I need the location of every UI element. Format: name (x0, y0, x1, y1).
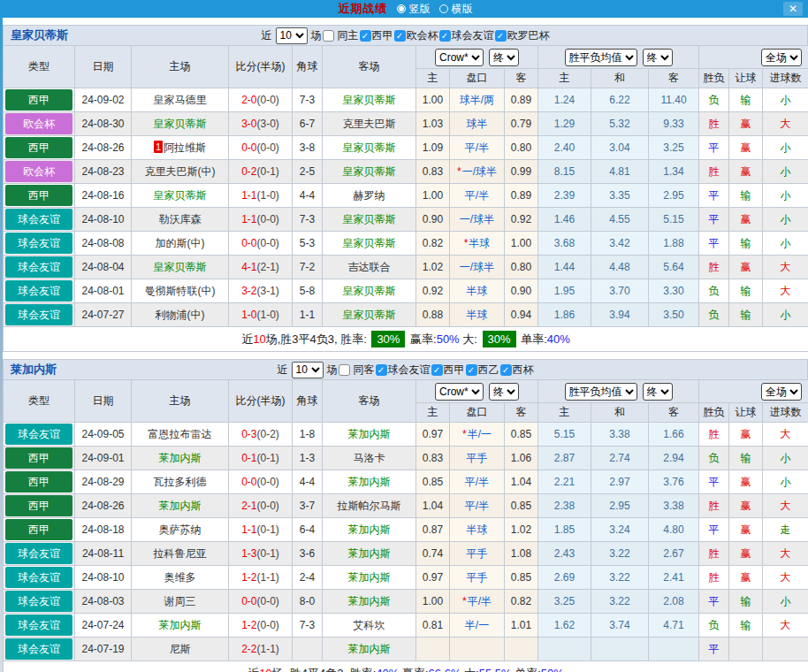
avg-final-select[interactable]: 终 (643, 49, 673, 66)
cell-odds-home: 0.88 (416, 303, 450, 327)
cell-odds-away: 0.79 (505, 112, 538, 136)
cell-date: 24-08-26 (75, 136, 132, 160)
odds-final-select[interactable]: 终 (489, 49, 519, 66)
cell-home-team: 1阿拉维斯 (132, 136, 229, 160)
cell-home-team: 勒沃库森 (132, 208, 229, 232)
home-team-name: 富恩拉布雷达 (149, 428, 212, 440)
league-checkbox-label: 欧罗巴杯 (507, 28, 550, 43)
cell-away-team: 皇家贝蒂斯 (323, 208, 416, 232)
league-checkbox[interactable]: ✓ (495, 30, 507, 42)
layout-radio-horizontal[interactable]: 横版 (432, 2, 473, 17)
cell-avg-home: 1.29 (538, 112, 591, 136)
cell-goals-result: 小 (763, 136, 808, 160)
cell-avg-away: 2.08 (649, 590, 699, 614)
match-row: 球会友谊24-08-10勒沃库森1-1(0-0)7-3皇家贝蒂斯0.90一/球半… (4, 208, 808, 232)
cell-date: 24-09-01 (75, 447, 132, 470)
same-venue-checkbox[interactable] (323, 30, 334, 42)
league-checkbox[interactable]: ✓ (500, 364, 512, 376)
cell-avg-draw: 3.22 (591, 590, 649, 614)
cell-avg-home: 1.24 (538, 88, 591, 112)
cell-result-value: 负 (709, 452, 720, 464)
radio-selected-icon[interactable] (397, 4, 406, 13)
cell-odds-home: 0.87 (416, 518, 450, 542)
cell-home-team: 尼斯 (132, 638, 229, 661)
cell-odds-home: 1.02 (416, 256, 450, 279)
odds-group-header: Crow*终 (416, 380, 538, 403)
col-handicap-result: 让球 (729, 403, 763, 423)
cell-odds-home: 1.00 (416, 88, 450, 112)
league-checkbox-label: 西杯 (513, 363, 534, 378)
league-checkbox[interactable]: ✓ (439, 30, 451, 42)
cell-goals-result-value: 小 (781, 189, 791, 202)
summary-text: 66.6% (429, 667, 461, 672)
cell-type: 球会友谊 (4, 256, 75, 279)
same-venue-checkbox[interactable] (339, 364, 350, 376)
radio-vertical-label: 竖版 (409, 2, 431, 17)
cell-result: 平 (699, 136, 729, 160)
league-checkbox[interactable]: ✓ (360, 30, 371, 42)
league-checkbox[interactable]: ✓ (394, 30, 406, 42)
odds-final-select[interactable]: 终 (489, 383, 519, 401)
cell-odds-home: 0.83 (416, 160, 450, 184)
home-team-name: 勒沃库森 (159, 213, 202, 225)
cell-away-team: 莱加内斯 (323, 470, 416, 494)
cell-away-team: 艾科坎 (323, 614, 416, 638)
cell-goals-result: 小 (763, 232, 808, 256)
avg-select[interactable]: 胜平负均值 (565, 383, 637, 401)
league-checkbox[interactable]: ✓ (376, 364, 387, 376)
cell-type: 球会友谊 (4, 208, 75, 232)
score-halftime: (2-1) (257, 261, 279, 273)
cell-handicap: 平手 (450, 542, 505, 566)
score-halftime: (0-0) (257, 141, 279, 154)
cell-goals-result-value: 大 (781, 571, 791, 584)
match-row: 西甲24-08-26莱加内斯2-1(0-0)3-7拉斯帕尔马斯1.04平/半0.… (4, 494, 808, 518)
home-team-name: 莱加内斯 (159, 619, 202, 631)
cell-avg-draw: 4.81 (591, 160, 649, 184)
col-date: 日期 (75, 46, 132, 88)
cell-goals-result-value: 小 (781, 94, 791, 106)
cell-handicap-result-value: 输 (741, 189, 751, 202)
match-row: 球会友谊24-08-04皇家贝蒂斯4-1(2-1)7-2吉达联合1.02一/球半… (4, 256, 808, 279)
league-checkbox[interactable]: ✓ (466, 364, 477, 376)
scope-select[interactable]: 全场 (761, 49, 802, 66)
bookmaker-select[interactable]: Crow* (435, 49, 484, 66)
handicap-value: 平/半 (465, 141, 489, 154)
games-count-select[interactable]: 10 (292, 362, 324, 378)
cell-handicap-result: 赢 (729, 566, 763, 590)
cell-score: 3-2(3-1) (229, 279, 293, 303)
layout-radio-vertical[interactable]: 竖版 (390, 2, 431, 17)
summary-text: 单率: (512, 667, 541, 672)
home-team-name: 利物浦(中) (156, 309, 205, 321)
avg-final-select[interactable]: 终 (643, 383, 673, 401)
close-icon[interactable]: ✕ (783, 2, 803, 16)
home-team-name: 克里夫巴斯(中) (145, 165, 216, 178)
cell-odds-home: 0.90 (416, 208, 450, 232)
handicap-value: 平/半 (465, 476, 489, 488)
league-checkbox[interactable]: ✓ (431, 364, 443, 376)
cell-avg-away: 11.40 (649, 88, 699, 112)
cell-odds-home: 1.03 (416, 112, 450, 136)
cell-date: 24-08-18 (75, 518, 132, 542)
cell-result: 平 (699, 208, 729, 232)
cell-score: 0-0(0-0) (229, 590, 293, 614)
away-team-name: 莱加内斯 (348, 476, 391, 488)
match-row: 球会友谊24-08-08加的斯(中)0-0(0-0)5-3皇家贝蒂斯0.82*半… (4, 232, 808, 256)
handicap-value: 半球 (467, 285, 488, 297)
cell-avg-away: 1.88 (649, 232, 699, 256)
cell-type: 球会友谊 (4, 614, 75, 638)
radio-unselected-icon[interactable] (439, 4, 448, 13)
handicap-live-star: * (462, 595, 467, 607)
bookmaker-select[interactable]: Crow* (435, 383, 484, 401)
summary-text: 50% (437, 332, 460, 346)
cell-odds-away: 0.82 (505, 590, 538, 614)
games-count-select[interactable]: 10 (276, 27, 308, 44)
handicap-value: 一/球半 (460, 261, 494, 273)
scope-select[interactable]: 全场 (761, 383, 802, 401)
away-team-name: 皇家贝蒂斯 (343, 213, 396, 225)
same-venue-label: 同客 (354, 363, 375, 378)
cell-handicap-result-value: 赢 (741, 547, 751, 560)
cell-result: 平 (699, 638, 729, 661)
avg-select[interactable]: 胜平负均值 (565, 49, 637, 66)
cell-result: 平 (699, 470, 729, 494)
cell-result-value: 胜 (709, 500, 720, 512)
